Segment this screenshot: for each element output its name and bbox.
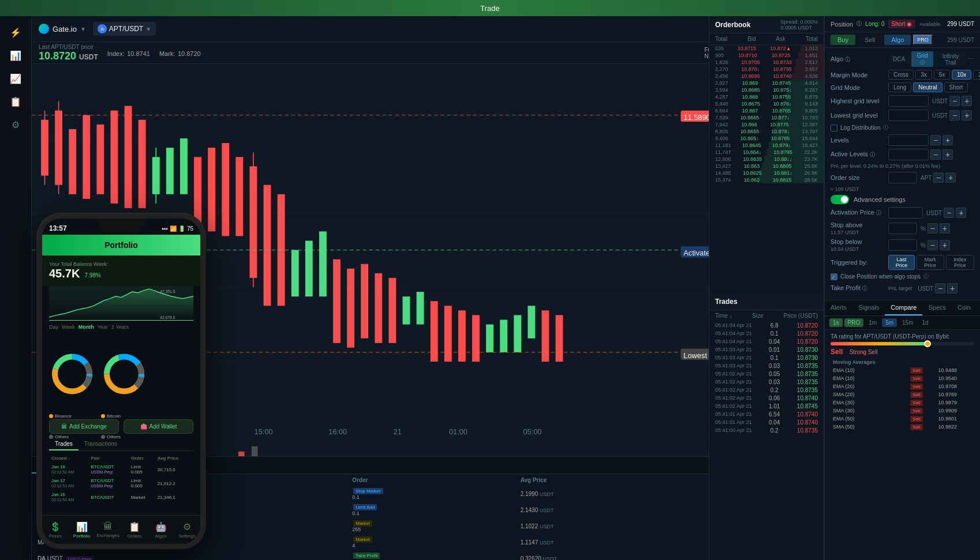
phone-mockup: 13:57 ▪▪▪ 📶 🔋 75 Portfolio Your Total Ba… [38,214,205,548]
pro-badge[interactable]: PRO [913,35,933,45]
orderbook-row: 7,539 10.8665 10.877↓ 10.793 [709,114,824,121]
index-price-btn[interactable]: Index Price [946,255,974,270]
grid-button[interactable]: Grid ⓘ [911,51,933,67]
stop-above-plus-btn[interactable]: + [940,223,950,234]
stop-above-minus-btn[interactable]: − [927,223,938,234]
2years-tab[interactable]: 2 Years [111,324,129,330]
last-price-btn[interactable]: Last Price [888,255,915,270]
sidebar-icon-settings[interactable]: ⚙ [5,114,26,135]
phone-transactions-tab[interactable]: Transactions [78,438,123,450]
highest-grid-label: Highest grid level [831,97,888,104]
nav-portfolio[interactable]: 📊 Portfolio [69,521,95,539]
coin-donut-svg [101,337,147,411]
active-levels-plus-btn[interactable]: + [942,149,953,160]
levels-plus-btn[interactable]: + [942,135,953,145]
lowest-minus-btn[interactable]: − [949,110,960,121]
price-bar: Last APT/USDT price 10.8720 USDT Index: … [32,42,755,64]
neutral-button[interactable]: Neutral [913,82,942,92]
active-levels-input[interactable]: 2 [888,149,929,160]
advanced-settings-toggle[interactable] [831,195,849,204]
dca-button[interactable]: DCA [888,55,910,63]
orderbook-col-headers: Total Bid Ask Total [709,33,824,45]
close-position-checkbox[interactable]: ✓ [831,273,837,280]
stop-below-input[interactable]: 0.87 [888,239,917,251]
active-levels-minus-btn[interactable]: − [930,149,941,160]
portfolio-header: Portfolio [42,235,200,255]
15m-tab[interactable]: 15m [899,318,917,327]
nav-orders[interactable]: 📋 Orders [121,521,148,539]
week-tab[interactable]: Week [62,324,75,330]
sidebar-icon-portfolio[interactable]: 📈 [5,68,26,89]
1d-tab[interactable]: 1d [919,318,932,327]
sidebar-icon-trade[interactable]: ⚡ [5,22,26,43]
lowest-grid-input[interactable]: 10.6305 [888,110,929,121]
sidebar-icon-chart[interactable]: 📊 [5,45,26,66]
order-size-minus-btn[interactable]: − [933,172,944,183]
pair-selector[interactable]: A APT/USDT ▼ [93,22,156,36]
svg-rect-24 [264,185,271,306]
long-button[interactable]: Long [888,82,911,92]
margin-mode-row: Margin Mode Cross 3x 5x 10x 20x [831,70,974,80]
1m-tab[interactable]: 1m [865,318,880,327]
mark-value: 10.8720 [178,50,201,57]
pro-tag[interactable]: PRO [844,318,864,327]
cross-button[interactable]: Cross [888,70,914,80]
order-size-input[interactable]: 0.01 [888,172,917,183]
phone-trades-tab[interactable]: Trades [49,438,78,450]
nav-settings[interactable]: ⚙ Settings [174,521,200,539]
lowest-plus-btn[interactable]: + [962,110,972,121]
specs-tab[interactable]: Specs [922,300,952,315]
20x-button[interactable]: 20x [973,70,980,80]
nav-prices[interactable]: 💲 Prices [42,521,69,539]
short-button[interactable]: Short [944,82,968,92]
nav-exchanges[interactable]: 🏛 Exchanges [95,521,121,538]
month-tab[interactable]: Month [78,324,94,330]
year-tab[interactable]: Year [98,324,108,330]
logo-area[interactable]: Gate.io ▼ [39,24,86,34]
highest-minus-btn[interactable]: − [949,96,960,106]
add-exchange-btn[interactable]: 🏛 Add Exchange [49,419,119,434]
levels-input[interactable]: 30 [888,134,929,146]
stop-below-plus-btn[interactable]: + [940,240,950,250]
highest-grid-input[interactable]: 11.5055 [888,95,929,107]
activation-price-input[interactable]: 10.878 [888,207,923,219]
coin-tab[interactable]: Coin [952,300,977,315]
take-profit-plus-btn[interactable]: + [947,283,957,294]
compare-tab[interactable]: Compare [885,300,922,315]
svg-rect-31 [361,264,368,339]
position-long: Long: 0 [865,21,884,27]
stop-above-input[interactable]: 0.55 [888,223,917,234]
order-size-plus-btn[interactable]: + [945,172,956,183]
nav-algos[interactable]: 🤖 Algos [148,521,174,539]
infinity-trail-button[interactable]: Infinity Trail [935,52,966,67]
sell-button[interactable]: Sell [858,35,882,45]
activation-minus-btn[interactable]: − [944,208,954,218]
wallet-icon: 👛 [140,423,147,430]
grid-mode-row: Grid Mode Long Neutral Short [831,82,974,92]
highest-plus-btn[interactable]: + [962,96,972,106]
signals-tab[interactable]: Signals [852,300,885,315]
orderbook-row: 3,594 10.8685 10.875↓ 6.267 [709,87,824,93]
svg-rect-44 [542,310,549,362]
exchange-donut-svg [49,337,95,411]
buy-button[interactable]: Buy [831,35,855,45]
algo-button[interactable]: Algo [884,35,911,45]
signal-dot [924,340,931,347]
3x-button[interactable]: 3x [915,70,932,80]
alerts-tab[interactable]: Alerts [825,300,852,315]
1s-tab[interactable]: 1s [829,318,843,327]
trade-row: 05:41:02 Apr 21 1.01 10.8745 [709,402,824,410]
day-tab[interactable]: Day [49,324,58,330]
log-dist-checkbox[interactable] [831,125,837,131]
stop-below-minus-btn[interactable]: − [927,240,938,250]
debu-tab[interactable]: Debu [977,300,980,315]
5m-tab[interactable]: 5m [882,318,897,327]
5x-button[interactable]: 5x [934,70,951,80]
activation-plus-btn[interactable]: + [956,208,966,218]
take-profit-minus-btn[interactable]: − [935,283,945,294]
mark-price-btn[interactable]: Mark Price [917,255,944,270]
10x-button[interactable]: 10x [952,70,971,80]
levels-minus-btn[interactable]: − [930,135,941,145]
sidebar-icon-orders[interactable]: 📋 [5,91,26,112]
add-wallet-btn[interactable]: 👛 Add Wallet [124,419,193,434]
